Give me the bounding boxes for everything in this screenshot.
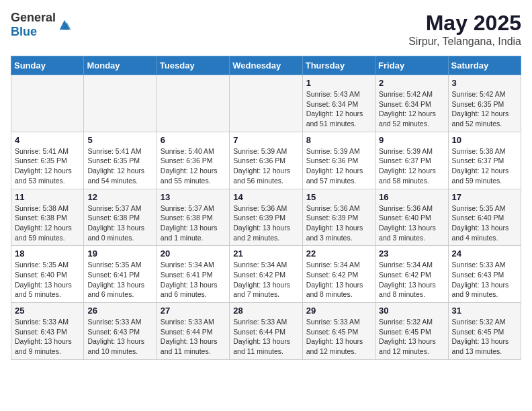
day-number: 7: [233, 135, 298, 145]
day-number: 3: [452, 78, 517, 88]
day-info: Sunrise: 5:33 AM Sunset: 6:44 PM Dayligh…: [233, 317, 298, 357]
day-number: 10: [452, 135, 517, 145]
day-number: 2: [379, 78, 444, 88]
calendar-cell: 17Sunrise: 5:35 AM Sunset: 6:40 PM Dayli…: [448, 189, 521, 246]
calendar-cell: 19Sunrise: 5:35 AM Sunset: 6:41 PM Dayli…: [84, 246, 157, 303]
day-info: Sunrise: 5:32 AM Sunset: 6:45 PM Dayligh…: [452, 317, 517, 357]
day-info: Sunrise: 5:37 AM Sunset: 6:38 PM Dayligh…: [87, 203, 152, 243]
day-info: Sunrise: 5:38 AM Sunset: 6:38 PM Dayligh…: [15, 203, 80, 243]
day-number: 11: [15, 192, 80, 202]
calendar-cell: 21Sunrise: 5:34 AM Sunset: 6:42 PM Dayli…: [230, 246, 302, 303]
calendar-week-row: 11Sunrise: 5:38 AM Sunset: 6:38 PM Dayli…: [11, 189, 521, 246]
calendar-subtitle: Sirpur, Telangana, India: [408, 36, 521, 48]
calendar-cell: 15Sunrise: 5:36 AM Sunset: 6:39 PM Dayli…: [302, 189, 375, 246]
day-number: 21: [233, 248, 298, 259]
day-info: Sunrise: 5:39 AM Sunset: 6:36 PM Dayligh…: [306, 146, 371, 186]
calendar-cell: 28Sunrise: 5:33 AM Sunset: 6:44 PM Dayli…: [230, 303, 302, 360]
day-number: 1: [306, 78, 371, 88]
calendar-cell: 3Sunrise: 5:42 AM Sunset: 6:35 PM Daylig…: [448, 75, 521, 132]
day-number: 19: [87, 248, 152, 259]
day-number: 5: [87, 135, 152, 145]
day-info: Sunrise: 5:36 AM Sunset: 6:40 PM Dayligh…: [379, 203, 444, 243]
calendar-cell: 22Sunrise: 5:34 AM Sunset: 6:42 PM Dayli…: [302, 246, 375, 303]
day-number: 12: [87, 192, 152, 202]
day-info: Sunrise: 5:39 AM Sunset: 6:37 PM Dayligh…: [379, 146, 444, 186]
calendar-title: May 2025: [408, 11, 521, 36]
day-number: 4: [15, 135, 80, 145]
calendar-cell: 11Sunrise: 5:38 AM Sunset: 6:38 PM Dayli…: [11, 189, 84, 246]
weekday-header-monday: Monday: [84, 56, 157, 75]
day-info: Sunrise: 5:34 AM Sunset: 6:42 PM Dayligh…: [233, 260, 298, 300]
weekday-header-row: SundayMondayTuesdayWednesdayThursdayFrid…: [11, 56, 521, 75]
day-number: 27: [161, 306, 226, 316]
logo-general: General: [11, 11, 56, 24]
calendar-week-row: 1Sunrise: 5:43 AM Sunset: 6:34 PM Daylig…: [11, 75, 521, 132]
calendar-cell: 4Sunrise: 5:41 AM Sunset: 6:35 PM Daylig…: [11, 132, 84, 189]
calendar-cell: 25Sunrise: 5:33 AM Sunset: 6:43 PM Dayli…: [11, 303, 84, 360]
calendar-page: General Blue May 2025 Sirpur, Telangana,…: [0, 0, 532, 371]
weekday-header-sunday: Sunday: [11, 56, 84, 75]
calendar-cell: 14Sunrise: 5:36 AM Sunset: 6:39 PM Dayli…: [230, 189, 302, 246]
day-info: Sunrise: 5:34 AM Sunset: 6:41 PM Dayligh…: [161, 260, 226, 300]
day-number: 18: [15, 248, 80, 259]
calendar-table: SundayMondayTuesdayWednesdayThursdayFrid…: [11, 56, 521, 360]
weekday-header-wednesday: Wednesday: [230, 56, 302, 75]
day-number: 31: [452, 306, 517, 316]
calendar-week-row: 18Sunrise: 5:35 AM Sunset: 6:40 PM Dayli…: [11, 246, 521, 303]
title-block: May 2025 Sirpur, Telangana, India: [408, 11, 521, 48]
day-info: Sunrise: 5:38 AM Sunset: 6:37 PM Dayligh…: [452, 146, 517, 186]
day-info: Sunrise: 5:33 AM Sunset: 6:43 PM Dayligh…: [15, 317, 80, 357]
calendar-cell: 24Sunrise: 5:33 AM Sunset: 6:43 PM Dayli…: [448, 246, 521, 303]
day-number: 28: [233, 306, 298, 316]
day-info: Sunrise: 5:35 AM Sunset: 6:41 PM Dayligh…: [87, 260, 152, 300]
calendar-cell: 31Sunrise: 5:32 AM Sunset: 6:45 PM Dayli…: [448, 303, 521, 360]
weekday-header-tuesday: Tuesday: [157, 56, 229, 75]
day-number: 22: [306, 248, 371, 259]
calendar-cell: 26Sunrise: 5:33 AM Sunset: 6:43 PM Dayli…: [84, 303, 157, 360]
calendar-cell: 5Sunrise: 5:41 AM Sunset: 6:35 PM Daylig…: [84, 132, 157, 189]
day-info: Sunrise: 5:42 AM Sunset: 6:35 PM Dayligh…: [452, 89, 517, 129]
calendar-cell: 12Sunrise: 5:37 AM Sunset: 6:38 PM Dayli…: [84, 189, 157, 246]
day-number: 17: [452, 192, 517, 202]
calendar-cell: 20Sunrise: 5:34 AM Sunset: 6:41 PM Dayli…: [157, 246, 229, 303]
day-number: 9: [379, 135, 444, 145]
calendar-cell: [230, 75, 302, 132]
day-info: Sunrise: 5:34 AM Sunset: 6:42 PM Dayligh…: [379, 260, 444, 300]
logo: General Blue: [11, 11, 72, 39]
calendar-cell: [11, 75, 84, 132]
calendar-cell: 1Sunrise: 5:43 AM Sunset: 6:34 PM Daylig…: [302, 75, 375, 132]
day-number: 6: [161, 135, 226, 145]
calendar-cell: 18Sunrise: 5:35 AM Sunset: 6:40 PM Dayli…: [11, 246, 84, 303]
day-info: Sunrise: 5:43 AM Sunset: 6:34 PM Dayligh…: [306, 89, 371, 129]
day-number: 14: [233, 192, 298, 202]
day-number: 24: [452, 248, 517, 259]
calendar-cell: 9Sunrise: 5:39 AM Sunset: 6:37 PM Daylig…: [375, 132, 448, 189]
day-number: 23: [379, 248, 444, 259]
calendar-cell: 27Sunrise: 5:33 AM Sunset: 6:44 PM Dayli…: [157, 303, 229, 360]
calendar-cell: 23Sunrise: 5:34 AM Sunset: 6:42 PM Dayli…: [375, 246, 448, 303]
day-info: Sunrise: 5:39 AM Sunset: 6:36 PM Dayligh…: [233, 146, 298, 186]
day-number: 13: [161, 192, 226, 202]
day-info: Sunrise: 5:35 AM Sunset: 6:40 PM Dayligh…: [452, 203, 517, 243]
day-info: Sunrise: 5:35 AM Sunset: 6:40 PM Dayligh…: [15, 260, 80, 300]
calendar-cell: 16Sunrise: 5:36 AM Sunset: 6:40 PM Dayli…: [375, 189, 448, 246]
weekday-header-friday: Friday: [375, 56, 448, 75]
calendar-cell: 7Sunrise: 5:39 AM Sunset: 6:36 PM Daylig…: [230, 132, 302, 189]
weekday-header-thursday: Thursday: [302, 56, 375, 75]
day-info: Sunrise: 5:36 AM Sunset: 6:39 PM Dayligh…: [233, 203, 298, 243]
calendar-cell: 6Sunrise: 5:40 AM Sunset: 6:36 PM Daylig…: [157, 132, 229, 189]
calendar-cell: [84, 75, 157, 132]
calendar-cell: 13Sunrise: 5:37 AM Sunset: 6:38 PM Dayli…: [157, 189, 229, 246]
day-info: Sunrise: 5:33 AM Sunset: 6:43 PM Dayligh…: [452, 260, 517, 300]
day-info: Sunrise: 5:33 AM Sunset: 6:45 PM Dayligh…: [306, 317, 371, 357]
day-number: 16: [379, 192, 444, 202]
day-info: Sunrise: 5:34 AM Sunset: 6:42 PM Dayligh…: [306, 260, 371, 300]
page-header: General Blue May 2025 Sirpur, Telangana,…: [11, 11, 521, 48]
day-number: 26: [87, 306, 152, 316]
day-info: Sunrise: 5:36 AM Sunset: 6:39 PM Dayligh…: [306, 203, 371, 243]
day-number: 30: [379, 306, 444, 316]
calendar-cell: [157, 75, 229, 132]
day-info: Sunrise: 5:41 AM Sunset: 6:35 PM Dayligh…: [87, 146, 152, 186]
day-info: Sunrise: 5:40 AM Sunset: 6:36 PM Dayligh…: [161, 146, 226, 186]
weekday-header-saturday: Saturday: [448, 56, 521, 75]
